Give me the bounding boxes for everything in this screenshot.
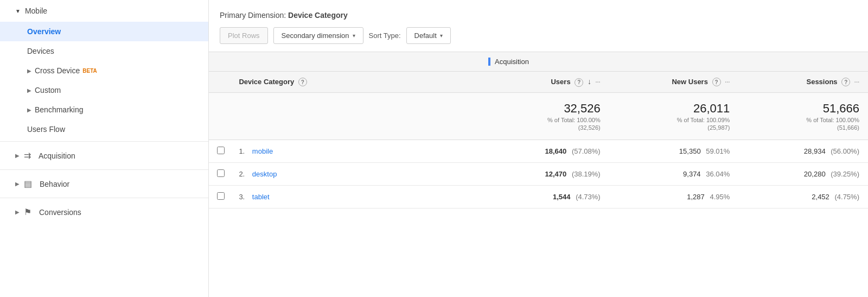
device-category-label: Device Category [239,78,294,86]
acquisition-group-header: Acquisition [480,52,868,72]
device-category-question-icon[interactable]: ? [298,78,307,86]
chevron-down-icon-2: ▾ [440,33,443,39]
sidebar-item-label: Users Flow [27,125,65,134]
acquisition-header-label: Acquisition [488,58,529,66]
row3-sessions-pct: (4.75%) [834,193,859,201]
plot-rows-button[interactable]: Plot Rows [220,27,268,44]
group-header-row: Acquisition [209,52,868,72]
sessions-label: Sessions [806,78,837,86]
sidebar-item-users-flow[interactable]: Users Flow [0,119,208,139]
sidebar: ▼ Mobile Overview Devices ▶ Cross Device… [0,0,209,297]
device-category-col-header: Device Category ? [230,72,480,93]
row1-new-users-pct: 59.01% [706,147,730,155]
benchmarking-arrow-icon: ▶ [27,107,31,113]
main-content: Primary Dimension: Device Category Plot … [209,0,868,297]
new-users-col-header[interactable]: New Users ? ··· [609,72,739,93]
totals-new-users-main: 26,011 [618,102,730,116]
sidebar-item-devices[interactable]: Devices [0,41,208,61]
row3-new-users-main: 1,287 [687,193,705,201]
secondary-dimension-dropdown[interactable]: Secondary dimension ▾ [273,27,363,44]
totals-new-users-sub1: % of Total: 100.09% [618,117,730,123]
row3-checkbox[interactable] [217,192,225,200]
row3-sessions-main: 2,452 [812,193,829,201]
row1-checkbox-cell[interactable] [209,140,230,162]
totals-users-sub2: (32,526) [488,124,601,131]
totals-sessions-sub1: % of Total: 100.00% [747,117,859,123]
row1-sessions-pct: (56.00%) [831,147,859,155]
toolbar: Plot Rows Secondary dimension ▾ Sort Typ… [209,27,868,52]
checkbox-col-header [209,72,230,93]
row2-new-users-pct: 36.04% [706,170,730,178]
primary-dimension-bar: Primary Dimension: Device Category [209,11,868,27]
users-dots: ··· [596,79,601,85]
row1-users-pct: (57.08%) [572,147,601,155]
col-header-row: Device Category ? Users ? ↓ ··· New User… [209,72,868,93]
row1-device-label[interactable]: mobile [252,147,273,155]
sidebar-item-label: Benchmarking [35,105,84,114]
acquisition-arrow-icon: ▶ [15,153,20,159]
row3-users-cell: 1,544 (4.73%) [480,185,609,208]
row3-device-label[interactable]: tablet [252,193,270,201]
totals-sessions-main: 51,666 [747,102,859,116]
row3-device-cell: 3. tablet [230,185,480,208]
users-question-icon[interactable]: ? [575,78,583,87]
row2-sessions-main: 20,280 [804,170,826,178]
sidebar-item-label: Cross Device [35,66,80,75]
totals-row: 32,526 % of Total: 100.00% (32,526) 26,0… [209,92,868,140]
divider-3 [0,198,208,198]
row3-sessions-cell: 2,452 (4.75%) [738,185,868,208]
sidebar-item-acquisition[interactable]: ▶ ⇉ Acquisition [0,144,208,167]
sessions-dots: ··· [854,79,859,85]
totals-users-sub1: % of Total: 100.00% [488,117,601,123]
sessions-col-header[interactable]: Sessions ? ··· [738,72,868,93]
sidebar-item-custom[interactable]: ▶ Custom [0,80,208,100]
sidebar-mobile-item[interactable]: ▼ Mobile [0,0,208,22]
row2-new-users-main: 9,374 [683,170,701,178]
table-row: 1. mobile 18,640 (57.08%) 15,350 59.01% … [209,140,868,162]
row1-device-cell: 1. mobile [230,140,480,162]
data-table-wrap: Acquisition Device Category ? Users ? ↓ … [209,52,868,208]
secondary-dimension-label: Secondary dimension [282,31,349,40]
new-users-label: New Users [672,78,707,86]
sidebar-item-label: Devices [27,47,54,55]
sidebar-mobile-label: Mobile [25,7,47,15]
users-label: Users [551,78,570,86]
row3-checkbox-cell[interactable] [209,185,230,208]
sidebar-item-label: Overview [27,27,61,36]
row2-users-cell: 12,470 (38.19%) [480,162,609,185]
table-row: 2. desktop 12,470 (38.19%) 9,374 36.04% … [209,162,868,185]
totals-sessions-cell: 51,666 % of Total: 100.00% (51,666) [738,92,868,140]
custom-arrow-icon: ▶ [27,87,31,93]
row1-num: 1. [239,147,245,155]
chevron-down-icon: ▾ [353,33,355,39]
totals-label-cell [230,92,480,140]
sidebar-item-benchmarking[interactable]: ▶ Benchmarking [0,100,208,119]
sidebar-item-conversions[interactable]: ▶ ⚑ Conversions [0,200,208,224]
sort-type-dropdown[interactable]: Default ▾ [406,27,451,44]
sidebar-item-cross-device[interactable]: ▶ Cross Device BETA [0,61,208,80]
row1-new-users-main: 15,350 [679,147,701,155]
totals-sessions-sub2: (51,666) [747,124,859,131]
acquisition-icon: ⇉ [24,150,31,161]
row2-users-pct: (38.19%) [572,170,601,178]
sidebar-item-behavior[interactable]: ▶ ▤ Behavior [0,172,208,195]
row3-new-users-cell: 1,287 4.95% [609,185,739,208]
sessions-question-icon[interactable]: ? [841,78,850,86]
row1-users-cell: 18,640 (57.08%) [480,140,609,162]
row2-checkbox-cell[interactable] [209,162,230,185]
row1-sessions-main: 28,934 [804,147,826,155]
sidebar-item-overview[interactable]: Overview [0,22,208,41]
row2-device-label[interactable]: desktop [252,170,277,178]
behavior-icon: ▤ [24,179,32,189]
users-col-header[interactable]: Users ? ↓ ··· [480,72,609,93]
row2-num: 2. [239,170,245,178]
row1-checkbox[interactable] [217,147,225,154]
row2-checkbox[interactable] [217,169,225,177]
row2-users-main: 12,470 [545,170,567,178]
sort-default-label: Default [414,31,437,40]
cross-device-arrow-icon: ▶ [27,68,31,74]
mobile-arrow-icon: ▼ [15,8,21,14]
new-users-question-icon[interactable]: ? [712,78,721,86]
sort-arrow-icon: ↓ [588,77,591,86]
row3-users-main: 1,544 [553,193,571,201]
